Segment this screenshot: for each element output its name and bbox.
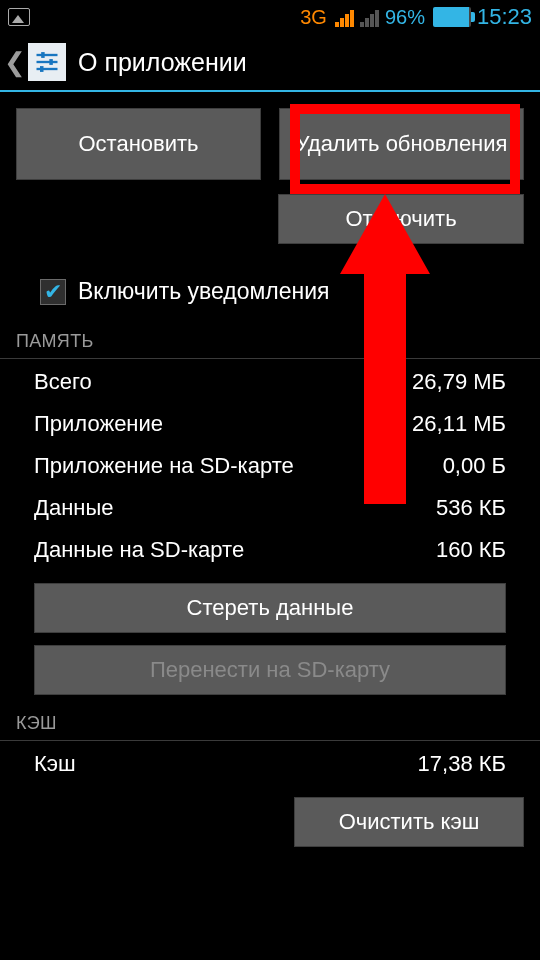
battery-icon xyxy=(433,7,471,27)
memory-app-sd-label: Приложение на SD-карте xyxy=(34,453,294,479)
memory-row: Всего 26,79 МБ xyxy=(0,361,540,403)
memory-section-header: ПАМЯТЬ xyxy=(0,323,540,359)
memory-row: Приложение 26,11 МБ xyxy=(0,403,540,445)
memory-data-sd-value: 160 КБ xyxy=(436,537,506,563)
svg-rect-5 xyxy=(40,66,44,72)
cache-list: Кэш 17,38 КБ xyxy=(0,741,540,791)
notifications-label: Включить уведомления xyxy=(78,278,330,305)
cache-label: Кэш xyxy=(34,751,76,777)
clock: 15:23 xyxy=(477,4,532,30)
move-to-sd-button: Перенести на SD-карту xyxy=(34,645,506,695)
notifications-row[interactable]: ✔ Включить уведомления xyxy=(0,258,540,323)
cache-value: 17,38 КБ xyxy=(418,751,506,777)
network-3g-label: 3G xyxy=(300,6,327,29)
svg-rect-3 xyxy=(41,52,45,58)
memory-total-value: 26,79 МБ xyxy=(412,369,506,395)
battery-percentage: 96% xyxy=(385,6,425,29)
svg-rect-4 xyxy=(49,59,53,65)
memory-row: Данные на SD-карте 160 КБ xyxy=(0,529,540,571)
checkmark-icon: ✔ xyxy=(44,281,62,303)
title-bar[interactable]: ❮ О приложении xyxy=(0,34,540,92)
status-bar: 3G 96% 15:23 xyxy=(0,0,540,34)
back-chevron-icon[interactable]: ❮ xyxy=(4,47,28,78)
clear-data-button[interactable]: Стереть данные xyxy=(34,583,506,633)
image-icon xyxy=(8,8,30,26)
signal-bars-secondary-icon xyxy=(360,7,379,27)
memory-app-label: Приложение xyxy=(34,411,163,437)
memory-app-sd-value: 0,00 Б xyxy=(443,453,506,479)
memory-data-sd-label: Данные на SD-карте xyxy=(34,537,244,563)
memory-app-value: 26,11 МБ xyxy=(412,411,506,437)
signal-bars-icon xyxy=(335,7,354,27)
settings-icon[interactable] xyxy=(28,43,66,81)
memory-row: Приложение на SD-карте 0,00 Б xyxy=(0,445,540,487)
memory-list: Всего 26,79 МБ Приложение 26,11 МБ Прило… xyxy=(0,359,540,577)
cache-section-header: КЭШ xyxy=(0,705,540,741)
memory-row: Данные 536 КБ xyxy=(0,487,540,529)
disable-button[interactable]: Отключить xyxy=(278,194,524,244)
clear-cache-button[interactable]: Очистить кэш xyxy=(294,797,524,847)
memory-data-label: Данные xyxy=(34,495,113,521)
page-title: О приложении xyxy=(78,48,247,77)
memory-total-label: Всего xyxy=(34,369,92,395)
notifications-checkbox[interactable]: ✔ xyxy=(40,279,66,305)
stop-button[interactable]: Остановить xyxy=(16,108,261,180)
memory-data-value: 536 КБ xyxy=(436,495,506,521)
cache-row: Кэш 17,38 КБ xyxy=(0,743,540,785)
delete-updates-button[interactable]: Удалить обновления xyxy=(279,108,524,180)
